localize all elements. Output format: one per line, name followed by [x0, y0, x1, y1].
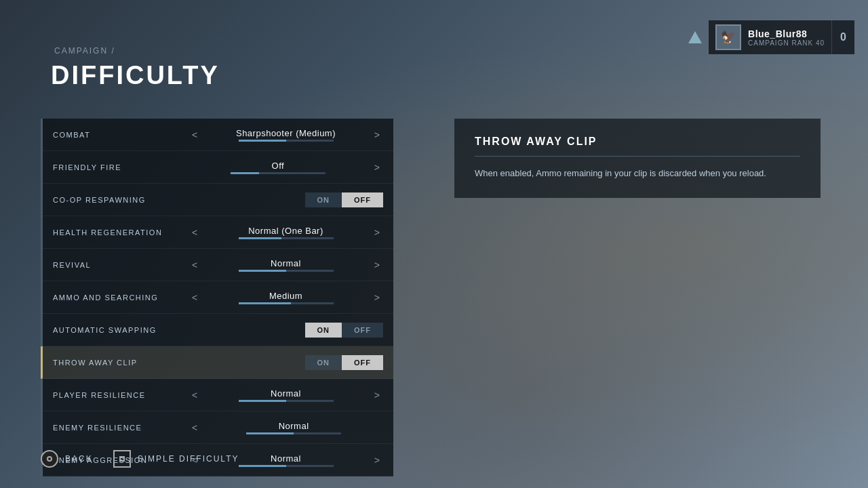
- simple-difficulty-button[interactable]: SIMPLE DIFFICULTY: [113, 450, 239, 468]
- setting-control-friendly-fire: Off >: [189, 161, 383, 174]
- enemy-aggression-track: [239, 465, 334, 467]
- setting-control-revival: < Normal >: [189, 258, 383, 272]
- throw-away-clip-off-button[interactable]: OFF: [342, 355, 383, 370]
- back-button[interactable]: BACK: [41, 450, 93, 468]
- slider-container-health-regen: Normal (One Bar): [204, 226, 368, 239]
- setting-control-throw-away-clip: ON OFF: [189, 355, 383, 370]
- setting-row-enemy-resilience: ENEMY RESILIENCE < Normal: [43, 411, 393, 444]
- setting-control-player-resilience: < Normal >: [189, 388, 383, 402]
- setting-row-ammo: AMMO AND SEARCHING < Medium >: [43, 281, 393, 314]
- user-panel: 🦅 Blue_Blur88 CAMPAIGN RANK 40 0: [682, 20, 854, 54]
- setting-control-auto-swap: ON OFF: [189, 323, 383, 338]
- setting-label-player-resilience: PLAYER RESILIENCE: [53, 391, 189, 399]
- setting-label-enemy-resilience: ENEMY RESILIENCE: [53, 424, 189, 432]
- revival-arrow-left[interactable]: <: [189, 260, 201, 270]
- setting-label-throw-away-clip: THROW AWAY CLIP: [53, 359, 189, 367]
- info-panel: THROW AWAY CLIP When enabled, Ammo remai…: [454, 119, 821, 198]
- back-icon: [41, 450, 58, 468]
- player-resilience-arrow-right[interactable]: >: [371, 390, 383, 401]
- user-rank: CAMPAIGN RANK 40: [748, 39, 825, 47]
- friendly-fire-track: [231, 172, 326, 174]
- page-title: DIFFICULTY: [51, 61, 220, 90]
- enemy-aggression-value: Normal: [271, 453, 301, 464]
- coop-off-button[interactable]: OFF: [342, 192, 383, 207]
- setting-row-auto-swap: AUTOMATIC SWAPPING ON OFF: [43, 314, 393, 346]
- ammo-fill: [239, 302, 291, 304]
- info-description: When enabled, Ammo remaining in your cli…: [475, 167, 800, 181]
- setting-label-coop: CO-OP RESPAWNING: [53, 196, 189, 204]
- health-regen-arrow-right[interactable]: >: [371, 227, 383, 238]
- enemy-aggression-arrow-right[interactable]: >: [371, 455, 383, 466]
- friendly-fire-arrow-right[interactable]: >: [371, 162, 383, 173]
- health-regen-fill: [239, 237, 281, 239]
- auto-swap-on-button[interactable]: ON: [305, 323, 342, 338]
- info-title: THROW AWAY CLIP: [475, 136, 800, 157]
- setting-row-player-resilience: PLAYER RESILIENCE < Normal >: [43, 379, 393, 411]
- slider-container-player-resilience: Normal: [204, 388, 368, 402]
- setting-row-coop: CO-OP RESPAWNING ON OFF: [43, 184, 393, 216]
- slider-container-revival: Normal: [204, 258, 368, 272]
- combat-arrow-left[interactable]: <: [189, 129, 201, 140]
- setting-row-combat: COMBAT < Sharpshooter (Medium) >: [43, 119, 393, 151]
- setting-label-combat: COMBAT: [53, 131, 189, 139]
- setting-row-revival: REVIVAL < Normal >: [43, 249, 393, 281]
- back-icon-inner: [47, 456, 52, 462]
- revival-fill: [239, 270, 286, 272]
- bottom-nav: BACK SIMPLE DIFFICULTY: [41, 450, 239, 468]
- friendly-fire-value: Off: [272, 161, 285, 171]
- player-resilience-fill: [239, 400, 286, 402]
- enemy-aggression-fill: [239, 465, 286, 467]
- health-regen-track: [239, 237, 334, 239]
- setting-label-revival: REVIVAL: [53, 261, 189, 269]
- simple-difficulty-icon-inner: [119, 456, 125, 462]
- player-resilience-track: [239, 400, 334, 402]
- auto-swap-off-button[interactable]: OFF: [342, 323, 383, 338]
- revival-arrow-right[interactable]: >: [371, 260, 383, 270]
- ammo-arrow-right[interactable]: >: [371, 292, 383, 303]
- coop-on-button[interactable]: ON: [305, 192, 342, 207]
- slider-container-ammo: Medium: [204, 291, 368, 304]
- setting-control-coop: ON OFF: [189, 192, 383, 207]
- setting-control-ammo: < Medium >: [189, 291, 383, 304]
- combat-track: [239, 140, 334, 142]
- revival-track: [239, 270, 334, 272]
- user-info: Blue_Blur88 CAMPAIGN RANK 40: [748, 28, 825, 47]
- enemy-resilience-fill: [246, 432, 294, 434]
- simple-difficulty-label: SIMPLE DIFFICULTY: [138, 454, 239, 464]
- avatar: 🦅: [715, 24, 741, 50]
- setting-label-health-regen: HEALTH REGENERATION: [53, 228, 189, 237]
- setting-control-combat: < Sharpshooter (Medium) >: [189, 128, 383, 142]
- slider-container-friendly-fire: Off: [189, 161, 368, 174]
- triangle-icon: [688, 31, 702, 43]
- setting-label-auto-swap: AUTOMATIC SWAPPING: [53, 326, 189, 334]
- health-regen-value: Normal (One Bar): [248, 226, 323, 236]
- breadcrumb: CAMPAIGN /: [54, 46, 115, 56]
- toggle-group-coop: ON OFF: [305, 192, 384, 207]
- combat-value: Sharpshooter (Medium): [236, 128, 336, 138]
- combat-arrow-right[interactable]: >: [371, 129, 383, 140]
- health-regen-arrow-left[interactable]: <: [189, 227, 201, 238]
- ammo-arrow-left[interactable]: <: [189, 292, 201, 303]
- slider-container-combat: Sharpshooter (Medium): [204, 128, 368, 142]
- enemy-resilience-track: [246, 432, 341, 434]
- user-card: 🦅 Blue_Blur88 CAMPAIGN RANK 40: [709, 20, 831, 54]
- slider-container-enemy-resilience: Normal: [204, 421, 383, 434]
- ammo-value: Medium: [269, 291, 302, 301]
- enemy-resilience-value: Normal: [279, 421, 309, 431]
- throw-away-clip-on-button[interactable]: ON: [305, 355, 342, 370]
- notification-badge: 0: [831, 20, 854, 54]
- revival-value: Normal: [271, 258, 301, 268]
- toggle-group-auto-swap: ON OFF: [305, 323, 384, 338]
- settings-panel: COMBAT < Sharpshooter (Medium) > FRIENDL…: [41, 119, 393, 476]
- ammo-track: [239, 302, 334, 304]
- triangle-button[interactable]: [682, 20, 709, 54]
- username: Blue_Blur88: [748, 28, 825, 39]
- player-resilience-arrow-left[interactable]: <: [189, 390, 201, 401]
- combat-fill: [239, 140, 286, 142]
- simple-difficulty-icon: [113, 450, 131, 468]
- back-label: BACK: [65, 454, 93, 464]
- enemy-resilience-arrow-left[interactable]: <: [189, 422, 201, 433]
- setting-row-friendly-fire: FRIENDLY FIRE Off >: [43, 151, 393, 184]
- setting-control-health-regen: < Normal (One Bar) >: [189, 226, 383, 239]
- toggle-group-throw-away-clip: ON OFF: [305, 355, 384, 370]
